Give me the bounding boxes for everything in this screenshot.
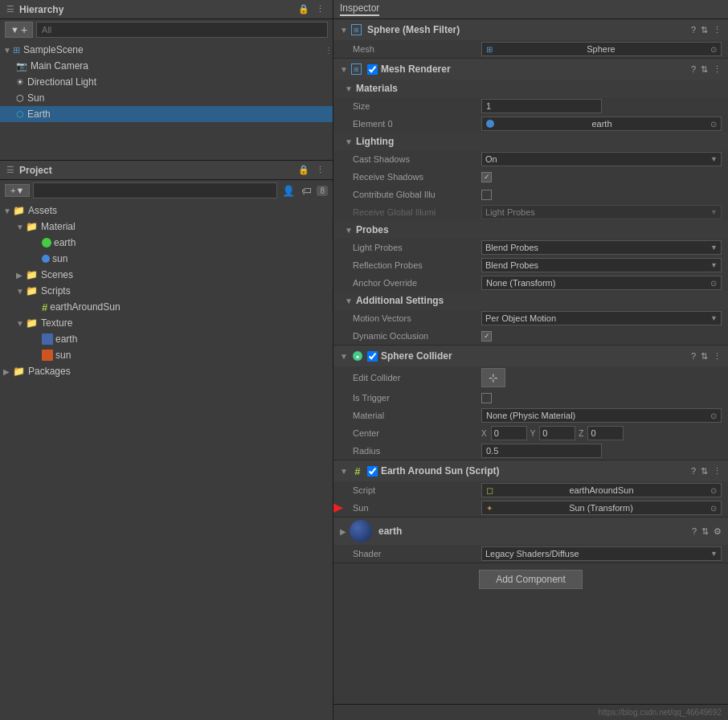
hierarchy-item-sun[interactable]: ⬡ Sun [0,90,333,106]
sphere-collider-menu-icon[interactable]: ⋮ [713,351,722,362]
element0-value-text: earth [591,119,611,129]
sphere-collider-help-icon[interactable]: ? [691,351,696,361]
cast-shadows-dropdown[interactable]: On ▼ [481,152,722,166]
mesh-filter-settings-icon[interactable]: ⇅ [701,25,708,35]
project-badge[interactable]: 8 [317,186,328,196]
project-tag-icon[interactable]: 🏷 [300,184,313,198]
earth-script-settings-icon[interactable]: ⇅ [701,466,708,477]
shader-dropdown[interactable]: Legacy Shaders/Diffuse ▼ [481,546,722,561]
radius-input[interactable] [481,444,602,458]
script-value-text: earthAroundSun [569,485,633,495]
element0-target-icon[interactable]: ⊙ [710,120,717,129]
project-eartharoundsun-script[interactable]: # earthAroundSun [0,299,333,315]
earth-material-header[interactable]: ▶ earth ? ⇅ ⚙ [333,518,728,545]
project-eyedrop-icon[interactable]: 👤 [280,184,297,198]
center-label: Center [353,428,481,438]
earth-script-enabled-checkbox[interactable] [367,466,378,477]
dynamic-occlusion-checkbox[interactable]: ✓ [481,331,492,342]
project-scripts-folder[interactable]: ▼ 📁 Scripts [0,283,333,299]
mesh-renderer-enabled-checkbox[interactable] [367,64,378,75]
earth-material-settings-icon[interactable]: ⇅ [701,526,709,537]
project-scenes-folder[interactable]: ▶ 📁 Scenes [0,267,333,283]
sphere-collider-settings-icon[interactable]: ⇅ [701,351,708,362]
add-component-button[interactable]: Add Component [479,570,583,589]
hierarchy-search-input[interactable] [36,22,328,38]
project-sun-material[interactable]: sun [0,251,333,267]
center-x-input[interactable] [491,426,527,440]
motion-vectors-dropdown[interactable]: Per Object Motion ▼ [481,311,722,325]
sun-object-field[interactable]: ✦ Sun (Transform) ⊙ [481,501,722,515]
mesh-filter-icon: ⊞ [351,23,364,36]
motion-vectors-value: Per Object Motion ▼ [481,311,722,325]
mesh-renderer-help-icon[interactable]: ? [691,64,696,74]
receive-global-dropdown[interactable]: Light Probes ▼ [481,205,722,219]
earth-texture-label: earth [55,333,77,345]
motion-vectors-label: Motion Vectors [353,313,481,323]
mesh-filter-help-icon[interactable]: ? [691,25,696,35]
light-probes-dropdown[interactable]: Blend Probes ▼ [481,240,722,255]
inspector-tab[interactable]: Inspector [340,2,379,16]
anchor-override-target-icon[interactable]: ⊙ [710,279,717,288]
is-trigger-checkbox[interactable] [481,393,492,403]
mesh-filter-header[interactable]: ▼ ⊞ Sphere (Mesh Filter) ? ⇅ ⋮ [333,19,728,40]
project-sun-texture[interactable]: sun [0,347,333,363]
project-earth-texture[interactable]: earth [0,331,333,347]
mesh-renderer-header[interactable]: ▼ ⊞ Mesh Renderer ? ⇅ ⋮ [333,59,728,80]
receive-shadows-value: ✓ [481,172,722,182]
additional-subsection-header[interactable]: ▼ Additional Settings [333,292,728,309]
project-earth-material[interactable]: earth [0,235,333,251]
mesh-object-field[interactable]: ⊞ Sphere ⊙ [481,42,722,56]
lighting-subsection-header[interactable]: ▼ Lighting [333,133,728,150]
scene-menu-icon[interactable]: ⋮ [325,46,333,55]
size-input[interactable] [481,99,602,113]
hierarchy-add-button[interactable]: ▼ + [5,22,33,38]
project-menu-icon[interactable]: ⋮ [314,164,326,176]
probes-subsection-header[interactable]: ▼ Probes [333,221,728,239]
project-packages-folder[interactable]: ▶ 📁 Packages [0,363,333,379]
is-trigger-label: Is Trigger [353,393,481,403]
earth-material-help-icon[interactable]: ? [692,526,697,536]
project-material-folder[interactable]: ▼ 📁 Material [0,219,333,235]
mesh-filter-menu-icon[interactable]: ⋮ [713,25,722,35]
script-object-field[interactable]: ◻ earthAroundSun ⊙ [481,483,722,497]
hierarchy-lock-icon[interactable]: 🔒 [297,3,311,15]
collider-material-target-icon[interactable]: ⊙ [710,411,717,420]
hierarchy-item-earth[interactable]: ⬡ Earth [0,106,333,122]
project-texture-folder[interactable]: ▼ 📁 Texture [0,315,333,331]
collider-material-object-field[interactable]: None (Physic Material) ⊙ [481,408,722,423]
hierarchy-item-samplescene[interactable]: ▼ ⊞ SampleScene ⋮ [0,42,333,58]
mesh-renderer-menu-icon[interactable]: ⋮ [713,64,722,75]
edit-collider-button[interactable]: ⊹ [481,368,505,387]
project-assets-folder[interactable]: ▼ 📁 Assets [0,202,333,219]
materials-subsection-header[interactable]: ▼ Materials [333,80,728,97]
contribute-global-checkbox[interactable] [481,190,492,200]
project-lock-icon[interactable]: 🔒 [297,164,311,176]
earth-script-help-icon[interactable]: ? [691,466,696,476]
center-z-input[interactable] [587,426,624,440]
earth-texture-icon [42,333,53,345]
mesh-filter-section: ▼ ⊞ Sphere (Mesh Filter) ? ⇅ ⋮ Mesh ⊞ Sp… [333,19,728,59]
center-value: X Y Z [481,426,722,440]
mesh-renderer-settings-icon[interactable]: ⇅ [701,64,708,75]
hierarchy-item-maincamera[interactable]: 📷 Main Camera [0,58,333,74]
earth-material-gear-icon[interactable]: ⚙ [714,526,722,537]
sphere-collider-header[interactable]: ▼ ● Sphere Collider ? ⇅ ⋮ [333,346,728,366]
mesh-renderer-arrow-icon: ▼ [340,65,348,74]
sun-target-icon[interactable]: ⊙ [710,504,717,513]
reflection-probes-dropdown[interactable]: Blend Probes ▼ [481,258,722,272]
element0-object-field[interactable]: earth ⊙ [481,117,722,131]
script-target-icon[interactable]: ⊙ [710,486,717,495]
anchor-override-object-field[interactable]: None (Transform) ⊙ [481,276,722,290]
project-add-button[interactable]: +▼ [5,184,30,197]
cast-shadows-field-row: Cast Shadows On ▼ [333,150,728,168]
earth-script-menu-icon[interactable]: ⋮ [713,466,722,477]
mesh-target-icon[interactable]: ⊙ [710,45,717,54]
center-y-input[interactable] [539,426,575,440]
hierarchy-menu-icon[interactable]: ⋮ [314,3,326,15]
edit-collider-label: Edit Collider [353,373,481,382]
earth-script-header[interactable]: ▼ # Earth Around Sun (Script) ? ⇅ ⋮ [333,460,728,481]
receive-shadows-checkbox[interactable]: ✓ [481,172,492,182]
hierarchy-item-directionallight[interactable]: ☀ Directional Light [0,74,333,90]
project-search-input[interactable] [33,182,277,198]
sphere-collider-enabled-checkbox[interactable] [367,351,378,362]
